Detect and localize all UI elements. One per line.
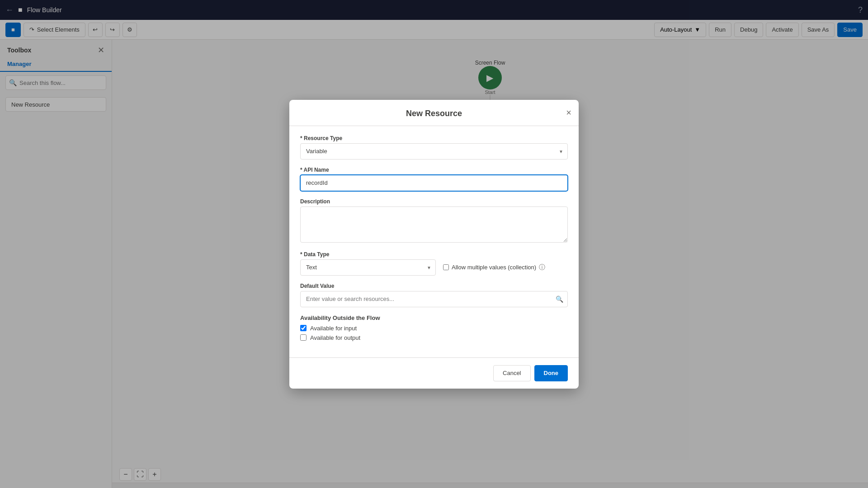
resource-type-select-wrapper: Variable Constant Formula Text Template … xyxy=(300,143,568,160)
api-name-input[interactable] xyxy=(300,175,568,191)
data-type-group: * Data Type Text Number Currency Boolean… xyxy=(300,251,568,276)
modal-title: New Resource xyxy=(406,109,462,118)
allow-multiple-label[interactable]: Allow multiple values (collection) ⓘ xyxy=(443,263,545,272)
data-type-select[interactable]: Text Number Currency Boolean Date Date/T… xyxy=(300,259,436,276)
new-resource-modal: New Resource × * Resource Type Variable … xyxy=(289,100,579,389)
available-for-input-checkbox[interactable] xyxy=(300,325,307,331)
api-name-group: * API Name xyxy=(300,167,568,191)
modal-overlay: New Resource × * Resource Type Variable … xyxy=(0,0,868,488)
data-type-select-wrapper: Text Number Currency Boolean Date Date/T… xyxy=(300,259,436,276)
availability-title: Availability Outside the Flow xyxy=(300,314,568,321)
modal-header: New Resource × xyxy=(289,100,579,126)
data-type-row: Text Number Currency Boolean Date Date/T… xyxy=(300,259,568,276)
api-name-label: * API Name xyxy=(300,167,568,173)
default-value-input[interactable] xyxy=(300,291,568,307)
available-for-output-row[interactable]: Available for output xyxy=(300,334,568,341)
modal-body: * Resource Type Variable Constant Formul… xyxy=(289,126,579,357)
cancel-button[interactable]: Cancel xyxy=(493,365,530,381)
availability-group: Availability Outside the Flow Available … xyxy=(300,314,568,341)
default-value-input-wrapper: 🔍 xyxy=(300,291,568,307)
resource-type-select[interactable]: Variable Constant Formula Text Template … xyxy=(300,143,568,160)
modal-footer: Cancel Done xyxy=(289,357,579,389)
info-icon[interactable]: ⓘ xyxy=(539,263,545,272)
allow-multiple-checkbox[interactable] xyxy=(443,264,449,270)
available-for-input-row[interactable]: Available for input xyxy=(300,325,568,332)
resource-type-label: * Resource Type xyxy=(300,135,568,141)
resource-type-group: * Resource Type Variable Constant Formul… xyxy=(300,135,568,160)
default-value-group: Default Value 🔍 xyxy=(300,283,568,307)
data-type-label: * Data Type xyxy=(300,251,568,258)
description-label: Description xyxy=(300,198,568,205)
default-value-label: Default Value xyxy=(300,283,568,289)
description-group: Description xyxy=(300,198,568,244)
modal-close-button[interactable]: × xyxy=(566,108,571,118)
description-textarea[interactable] xyxy=(300,206,568,243)
done-button[interactable]: Done xyxy=(534,365,568,381)
search-resources-icon[interactable]: 🔍 xyxy=(556,296,563,303)
available-for-output-checkbox[interactable] xyxy=(300,334,307,341)
